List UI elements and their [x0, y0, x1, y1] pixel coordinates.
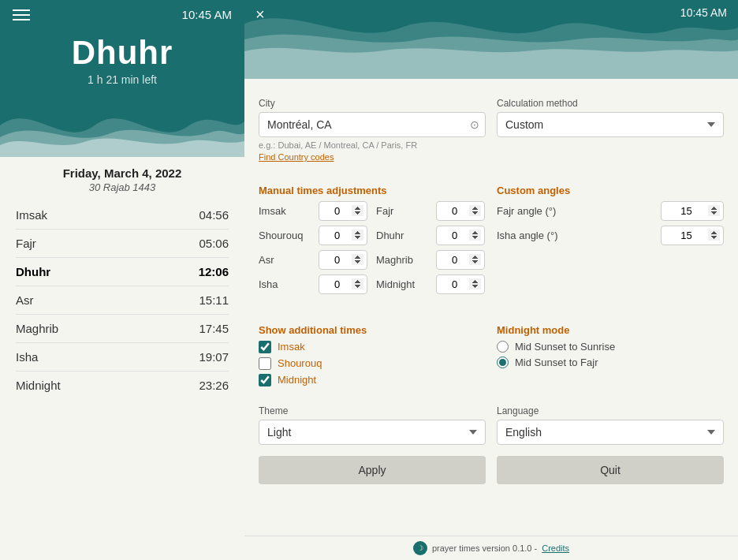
city-input-wrap: ⊙ — [259, 112, 486, 137]
midnight-radio-row: Mid Sunset to Sunrise — [497, 341, 724, 353]
show-time-checkbox[interactable] — [259, 341, 271, 353]
city-label: City — [259, 98, 486, 109]
custom-angles-section: Custom angles Fajr angle (°) Isha angle … — [497, 174, 724, 245]
custom-angles-title: Custom angles — [497, 185, 724, 196]
show-times-section: Show additional times Imsak Shourouq Mid… — [259, 313, 486, 386]
prayer-row-time: 23:26 — [199, 379, 229, 392]
theme-language-row: Theme LightDark Language EnglishFrenchAr… — [259, 398, 724, 445]
prayer-row-time: 12:06 — [199, 265, 229, 278]
adj-row: Isha — [259, 274, 368, 294]
calc-method-select[interactable]: Muslim World LeagueISNAEgyptMakkahKarach… — [497, 112, 724, 137]
location-icon[interactable]: ⊙ — [470, 118, 479, 131]
show-time-checkbox[interactable] — [259, 357, 271, 370]
midnight-radio[interactable] — [497, 341, 509, 353]
gregorian-date: Friday, March 4, 2022 — [0, 166, 244, 180]
adj-input[interactable] — [436, 201, 485, 221]
footer-text: prayer times version 0.1.0 - — [432, 543, 537, 553]
manual-adj-title: Manual times adjustments — [259, 185, 486, 196]
angle-label: Isha angle (°) — [497, 230, 654, 241]
find-country-link[interactable]: Find Country codes — [259, 152, 334, 162]
adj-label: Imsak — [259, 205, 314, 217]
prayer-row: Asr 15:11 — [16, 286, 229, 315]
prayer-row: Isha 19:07 — [16, 343, 229, 371]
adj-row: Fajr — [376, 201, 486, 221]
settings-header: × 10:45 AM — [244, 0, 738, 79]
adj-label: Asr — [259, 254, 314, 266]
prayer-row: Maghrib 17:45 — [16, 315, 229, 343]
prayer-row-name: Midnight — [16, 379, 61, 392]
calc-method-section: Calculation method Muslim World LeagueIS… — [497, 90, 724, 137]
apply-quit-row: Apply Quit — [259, 456, 724, 492]
adj-input[interactable] — [436, 274, 485, 294]
midnight-section: Midnight mode Mid Sunset to Sunrise Mid … — [497, 313, 724, 368]
prayer-row: Fajr 05:06 — [16, 230, 229, 258]
footer-logo: ☽ — [413, 541, 427, 555]
prayer-row-name: Maghrib — [16, 322, 58, 335]
show-time-label: Midnight — [278, 374, 316, 386]
midnight-radio[interactable] — [497, 357, 509, 368]
phone-wave — [0, 94, 244, 157]
city-hint: e.g.: Dubai, AE / Montreal, CA / Paris, … — [259, 140, 486, 164]
adj-label: Isha — [259, 278, 314, 290]
show-time-row: Midnight — [259, 374, 486, 386]
prayer-row: Imsak 04:56 — [16, 201, 229, 230]
current-prayer-name: Dhuhr — [0, 34, 244, 72]
midnight-radio-row: Mid Sunset to Fajr — [497, 357, 724, 368]
theme-section: Theme LightDark — [259, 398, 486, 445]
quit-button[interactable]: Quit — [497, 456, 724, 484]
adj-label: Maghrib — [376, 254, 431, 266]
show-time-checkbox[interactable] — [259, 374, 271, 386]
prayer-row-name: Isha — [16, 350, 38, 364]
manual-adj-section: Manual times adjustments Imsak Fajr Shou… — [259, 174, 486, 294]
city-input[interactable] — [259, 112, 486, 137]
hijri-date: 30 Rajab 1443 — [0, 181, 244, 193]
adj-input[interactable] — [319, 250, 367, 270]
apply-button[interactable]: Apply — [259, 456, 486, 484]
prayer-row-name: Dhuhr — [16, 265, 50, 278]
language-section: Language EnglishFrenchArabic — [497, 398, 724, 445]
angle-row: Isha angle (°) — [497, 226, 724, 245]
prayer-row: Midnight 23:26 — [16, 371, 229, 399]
fajr-angle-input[interactable] — [661, 201, 724, 221]
adj-input[interactable] — [319, 226, 367, 245]
adj-row: Dhuhr — [376, 226, 486, 245]
time-left: 1 h 21 min left — [0, 73, 244, 86]
adj-label: Midnight — [376, 278, 431, 290]
adj-input[interactable] — [319, 274, 367, 294]
midnight-radio-label: Mid Sunset to Fajr — [515, 357, 598, 368]
angle-label: Fajr angle (°) — [497, 205, 654, 217]
prayer-row-name: Fajr — [16, 237, 36, 250]
phone-date-section: Friday, March 4, 2022 30 Rajab 1443 — [0, 157, 244, 201]
theme-select[interactable]: LightDark — [259, 420, 486, 445]
show-times-title: Show additional times — [259, 324, 486, 336]
angle-row: Fajr angle (°) — [497, 201, 724, 221]
credits-link[interactable]: Credits — [542, 543, 569, 553]
prayer-row-time: 05:06 — [199, 237, 229, 250]
adj-input[interactable] — [319, 201, 367, 221]
adj-row: Asr — [259, 250, 368, 270]
isha-angle-input[interactable] — [661, 226, 724, 245]
prayer-list: Imsak 04:56Fajr 05:06Dhuhr 12:06Asr 15:1… — [0, 201, 244, 560]
language-select[interactable]: EnglishFrenchArabic — [497, 420, 724, 445]
adj-input[interactable] — [436, 250, 485, 270]
footer: ☽ prayer times version 0.1.0 - Credits — [244, 536, 738, 560]
adj-row: Imsak — [259, 201, 368, 221]
settings-panel: × 10:45 AM City ⊙ e.g.: Dubai, AE / Mont… — [244, 0, 738, 560]
phone-panel: 10:45 AM Dhuhr 1 h 21 min left Friday, M… — [0, 0, 244, 560]
midnight-radio-label: Mid Sunset to Sunrise — [515, 341, 615, 353]
adj-input[interactable] — [436, 226, 485, 245]
language-label: Language — [497, 405, 724, 416]
city-section: City ⊙ e.g.: Dubai, AE / Montreal, CA / … — [259, 90, 486, 164]
adj-row: Midnight — [376, 274, 486, 294]
prayer-row-time: 04:56 — [199, 208, 229, 222]
show-time-label: Imsak — [278, 341, 305, 353]
settings-body: City ⊙ e.g.: Dubai, AE / Montreal, CA / … — [244, 79, 738, 536]
prayer-row-time: 15:11 — [199, 293, 229, 307]
prayer-row-time: 17:45 — [199, 322, 229, 335]
adj-row: Maghrib — [376, 250, 486, 270]
show-time-row: Imsak — [259, 341, 486, 353]
midnight-mode-title: Midnight mode — [497, 324, 724, 336]
adj-row: Shourouq — [259, 226, 368, 245]
calc-method-label: Calculation method — [497, 98, 724, 109]
hamburger-icon[interactable] — [13, 9, 30, 21]
